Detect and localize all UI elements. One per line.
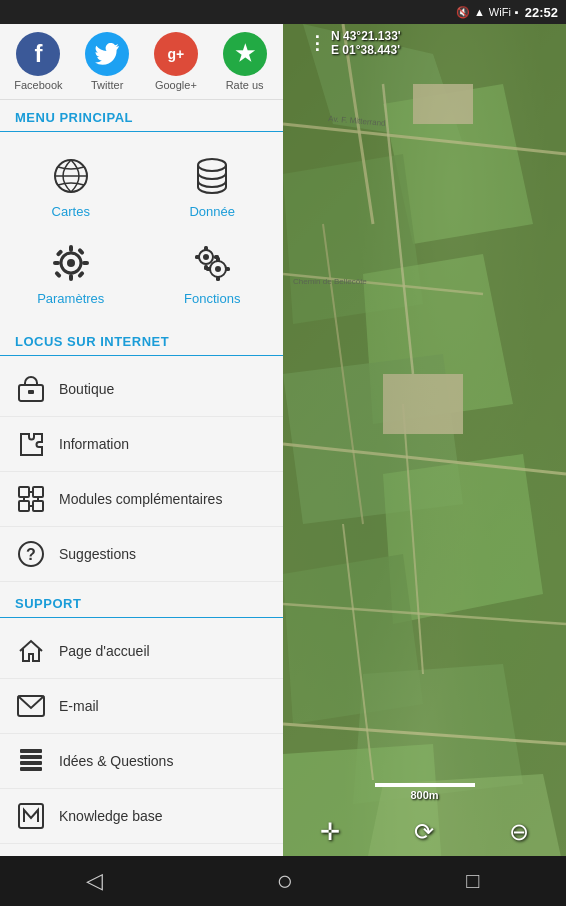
- ideas-icon: [15, 745, 47, 777]
- fonctions-icon: [188, 239, 236, 287]
- scale-label: 800m: [375, 789, 475, 801]
- status-bar: 🔇 ▲ WiFi ▪ 22:52: [0, 0, 566, 24]
- zoom-out-icon[interactable]: ⊖: [509, 818, 529, 846]
- lon-coord: E 01°38.443': [331, 43, 401, 57]
- svg-point-28: [67, 259, 75, 267]
- donnee-label: Donnée: [189, 204, 235, 219]
- rateus-button[interactable]: ★ Rate us: [215, 32, 275, 91]
- svg-rect-54: [33, 501, 43, 511]
- information-item[interactable]: Information: [0, 417, 283, 472]
- suggestions-item[interactable]: ? Suggestions: [0, 527, 283, 582]
- svg-rect-52: [33, 487, 43, 497]
- map-area[interactable]: Av. F. Mitterrand Chemin de Bellecôte ⋮ …: [283, 24, 566, 856]
- boutique-label: Boutique: [59, 381, 114, 397]
- information-icon: [15, 428, 47, 460]
- svg-rect-46: [216, 276, 220, 281]
- svg-rect-21: [413, 84, 473, 124]
- signal-icon: ▲: [474, 6, 485, 18]
- svg-rect-47: [206, 267, 211, 271]
- svg-rect-66: [19, 804, 43, 828]
- support-list: Page d'accueil E-mail Idé: [0, 620, 283, 848]
- map-menu-icon[interactable]: ⋮: [308, 32, 326, 54]
- modules-label: Modules complémentaires: [59, 491, 222, 507]
- twitter-label: Twitter: [91, 79, 123, 91]
- lat-coord: N 43°21.133': [331, 29, 401, 43]
- menu-principal-grid: Cartes Donnée: [0, 134, 283, 324]
- svg-rect-51: [19, 487, 29, 497]
- cartes-icon: [47, 152, 95, 200]
- facebook-button[interactable]: f Facebook: [8, 32, 68, 91]
- homepage-item[interactable]: Page d'accueil: [0, 624, 283, 679]
- svg-point-38: [203, 254, 209, 260]
- suggestions-label: Suggestions: [59, 546, 136, 562]
- facebook-label: Facebook: [14, 79, 62, 91]
- nav-bar: ◁ ○ □: [0, 856, 566, 906]
- svg-rect-53: [19, 501, 29, 511]
- donnee-icon: [188, 152, 236, 200]
- svg-rect-39: [204, 246, 208, 251]
- rateus-icon: ★: [223, 32, 267, 76]
- status-icons: 🔇 ▲ WiFi ▪: [456, 6, 519, 19]
- ideas-item[interactable]: Idées & Questions: [0, 734, 283, 789]
- wifi-icon: WiFi: [489, 6, 511, 18]
- map-roads-svg: Av. F. Mitterrand Chemin de Bellecôte: [283, 24, 566, 856]
- email-label: E-mail: [59, 698, 99, 714]
- svg-point-44: [215, 266, 221, 272]
- email-item[interactable]: E-mail: [0, 679, 283, 734]
- svg-rect-62: [20, 749, 42, 753]
- googleplus-icon: g+: [154, 32, 198, 76]
- fonctions-label: Fonctions: [184, 291, 240, 306]
- svg-rect-22: [383, 374, 463, 434]
- support-header: SUPPORT: [0, 586, 283, 618]
- scale-bar: 800m: [375, 783, 475, 801]
- svg-rect-50: [28, 390, 34, 394]
- svg-rect-30: [69, 274, 73, 281]
- svg-point-26: [198, 159, 226, 171]
- scale-line: [375, 783, 475, 787]
- svg-rect-31: [53, 261, 60, 265]
- boutique-icon: [15, 373, 47, 405]
- modules-icon: [15, 483, 47, 515]
- coordinates: N 43°21.133' E 01°38.443': [331, 29, 401, 57]
- parametres-label: Paramètres: [37, 291, 104, 306]
- recent-button[interactable]: □: [466, 868, 479, 894]
- map-coords-container: ⋮ N 43°21.133' E 01°38.443': [308, 29, 401, 57]
- move-icon[interactable]: ✛: [320, 818, 340, 846]
- mute-icon: 🔇: [456, 6, 470, 19]
- googleplus-button[interactable]: g+ Google+: [146, 32, 206, 91]
- back-button[interactable]: ◁: [86, 868, 103, 894]
- svg-rect-45: [216, 257, 220, 262]
- modules-item[interactable]: Modules complémentaires: [0, 472, 283, 527]
- rateus-label: Rate us: [226, 79, 264, 91]
- svg-rect-29: [69, 245, 73, 252]
- svg-rect-48: [225, 267, 230, 271]
- rotate-icon[interactable]: ⟳: [414, 818, 434, 846]
- map-controls: ✛ ⟳ ⊖: [283, 818, 566, 846]
- cartes-button[interactable]: Cartes: [0, 142, 142, 229]
- home-button[interactable]: ○: [276, 865, 293, 897]
- parametres-button[interactable]: Paramètres: [0, 229, 142, 316]
- map-background: Av. F. Mitterrand Chemin de Bellecôte ⋮ …: [283, 24, 566, 856]
- email-icon: [15, 690, 47, 722]
- knowledge-label: Knowledge base: [59, 808, 163, 824]
- ideas-label: Idées & Questions: [59, 753, 173, 769]
- left-panel: f Facebook Twitter g+ Google+ ★ Rate us: [0, 24, 283, 856]
- svg-rect-65: [20, 767, 42, 771]
- information-label: Information: [59, 436, 129, 452]
- boutique-item[interactable]: Boutique: [0, 362, 283, 417]
- suggestions-icon: ?: [15, 538, 47, 570]
- twitter-icon: [85, 32, 129, 76]
- svg-rect-64: [20, 761, 42, 765]
- homepage-icon: [15, 635, 47, 667]
- twitter-button[interactable]: Twitter: [77, 32, 137, 91]
- svg-rect-32: [82, 261, 89, 265]
- knowledge-item[interactable]: Knowledge base: [0, 789, 283, 844]
- donnee-button[interactable]: Donnée: [142, 142, 284, 229]
- homepage-label: Page d'accueil: [59, 643, 150, 659]
- locus-internet-list: Boutique Information: [0, 358, 283, 586]
- svg-rect-35: [54, 271, 62, 279]
- clock: 22:52: [525, 5, 558, 20]
- locus-internet-header: LOCUS SUR INTERNET: [0, 324, 283, 356]
- parametres-icon: [47, 239, 95, 287]
- fonctions-button[interactable]: Fonctions: [142, 229, 284, 316]
